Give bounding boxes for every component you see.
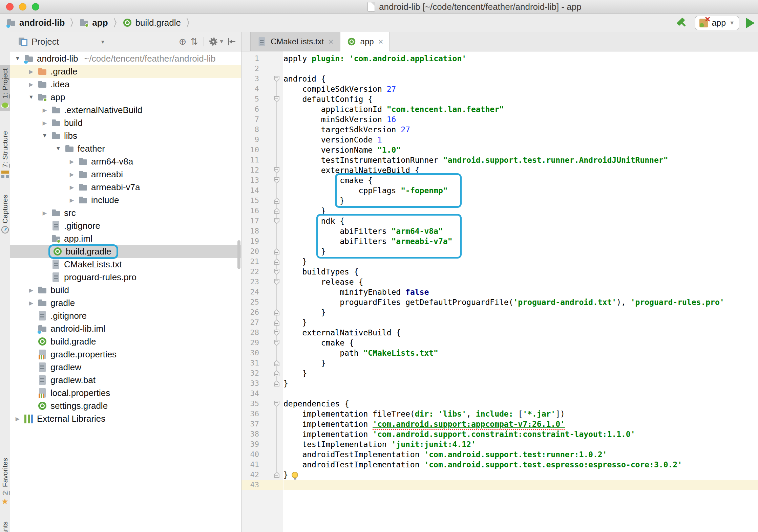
fold-start-icon[interactable] — [274, 279, 279, 285]
stripe-tab-2-favorites[interactable]: 2: Favorites★ — [0, 455, 10, 509]
tree-item-gitignore[interactable]: .gitignore — [10, 309, 241, 322]
view-switcher-chevron-icon[interactable]: ▼ — [100, 39, 105, 45]
tree-item-armeabi-v7a[interactable]: ▶armeabi-v7a — [10, 181, 241, 194]
fold-end-icon[interactable] — [274, 319, 279, 326]
stripe-tab-captures[interactable]: Captures — [0, 191, 10, 237]
line-number: 32 — [241, 368, 259, 378]
tree-item-arm64-v8a[interactable]: ▶arm64-v8a — [10, 155, 241, 168]
expand-arrow-icon[interactable]: ▶ — [66, 197, 78, 203]
expand-arrow-icon[interactable]: ▶ — [66, 171, 78, 178]
fold-start-icon[interactable] — [274, 401, 279, 407]
fold-end-icon[interactable] — [274, 380, 279, 386]
tree-item-gradle-properties[interactable]: gradle.properties — [10, 348, 241, 361]
breadcrumb-item-build-gradle[interactable]: build.gradle — [122, 18, 181, 28]
fold-start-icon[interactable] — [274, 269, 279, 275]
gutter-line-3: 3 — [241, 74, 283, 84]
expand-arrow-icon[interactable]: ▶ — [25, 68, 37, 75]
expand-arrow-icon[interactable]: ▶ — [25, 81, 37, 88]
collapse-arrow-icon[interactable]: ▼ — [52, 146, 64, 152]
tree-scrollbar-thumb[interactable] — [237, 240, 240, 269]
settings-gear-button[interactable]: ▼ — [209, 38, 224, 46]
build-hammer-icon[interactable] — [676, 17, 688, 29]
tree-item-build-gradle[interactable]: build.gradle — [10, 245, 241, 258]
gutter-line-43: 43 — [241, 480, 283, 490]
fold-end-icon[interactable] — [274, 360, 279, 366]
tree-item-app[interactable]: ▼app — [10, 91, 241, 104]
zoom-window-button[interactable] — [32, 3, 39, 10]
collapse-arrow-icon[interactable]: ▼ — [12, 56, 24, 62]
tree-item-gitignore[interactable]: .gitignore — [10, 219, 241, 232]
fold-start-icon[interactable] — [274, 96, 279, 102]
line-number: 38 — [241, 429, 259, 439]
fold-start-icon[interactable] — [274, 76, 279, 82]
tree-item-src[interactable]: ▶src — [10, 206, 241, 219]
tree-item-android-lib-iml[interactable]: android-lib.iml — [10, 322, 241, 335]
close-tab-icon[interactable]: × — [378, 37, 383, 46]
fold-end-icon[interactable] — [274, 370, 279, 376]
fold-end-icon[interactable] — [274, 259, 279, 265]
expand-arrow-icon[interactable]: ▶ — [25, 300, 37, 306]
tree-item-app-iml[interactable]: app.iml — [10, 232, 241, 245]
run-configuration-select[interactable]: × app ▼ — [695, 16, 739, 30]
tree-item-feather[interactable]: ▼feather — [10, 142, 241, 155]
collapse-arrow-icon[interactable]: ▼ — [25, 94, 37, 100]
editor-tab-cmakelists-txt[interactable]: CMakeLists.txt× — [250, 32, 340, 51]
run-button[interactable] — [746, 18, 755, 28]
tree-item-build-gradle[interactable]: build.gradle — [10, 335, 241, 348]
tree-item-gradlew-bat[interactable]: gradlew.bat — [10, 374, 241, 386]
fold-end-icon[interactable] — [274, 472, 279, 478]
close-window-button[interactable] — [6, 3, 14, 10]
tree-item-android-lib[interactable]: ▼android-lib~/code/tencent/feather/andro… — [10, 52, 241, 65]
code-editor[interactable]: 1234567891011121314151617181920212223242… — [241, 51, 758, 532]
close-tab-icon[interactable]: × — [328, 37, 333, 46]
tree-item-external-libraries[interactable]: ▶External Libraries — [10, 412, 241, 425]
collapse-arrow-icon[interactable]: ▼ — [39, 133, 51, 139]
hide-panel-icon[interactable] — [228, 38, 236, 45]
stripe-tab-1-project[interactable]: 1: Project — [0, 65, 10, 111]
fold-end-icon[interactable] — [274, 248, 279, 254]
tree-item-libs[interactable]: ▼libs — [10, 129, 241, 142]
fold-start-icon[interactable] — [274, 218, 279, 224]
tree-item-build[interactable]: ▶build — [10, 116, 241, 129]
fold-start-icon[interactable] — [274, 177, 279, 183]
expand-arrow-icon[interactable]: ▶ — [25, 287, 37, 293]
tree-item-externalnativebuild[interactable]: ▶.externalNativeBuild — [10, 104, 241, 116]
tree-item-local-properties[interactable]: local.properties — [10, 386, 241, 399]
intention-bulb-icon[interactable] — [292, 472, 298, 478]
project-panel-title[interactable]: Project — [31, 37, 59, 47]
collapse-all-icon[interactable]: ⇅ — [191, 37, 198, 46]
fold-end-icon[interactable] — [274, 309, 279, 315]
expand-arrow-icon[interactable]: ▶ — [66, 158, 78, 165]
tree-item-proguard-rules-pro[interactable]: proguard-rules.pro — [10, 271, 241, 284]
locate-file-icon[interactable]: ⊕ — [179, 37, 187, 46]
stripe-tab-build-variants[interactable]: Build Variants — [0, 518, 10, 532]
code-text-area[interactable]: apply plugin: 'com.android.application'a… — [283, 51, 758, 532]
stripe-tab-7-structure[interactable]: 7: Structure — [0, 128, 10, 181]
fold-start-icon[interactable] — [274, 340, 279, 346]
tree-item-gradle[interactable]: ▶gradle — [10, 296, 241, 309]
minimize-window-button[interactable] — [19, 3, 26, 10]
breadcrumb-label: app — [92, 18, 108, 28]
tree-item-armeabi[interactable]: ▶armeabi — [10, 168, 241, 181]
tree-item-include[interactable]: ▶include — [10, 194, 241, 206]
tree-item-label: armeabi — [91, 169, 123, 180]
expand-arrow-icon[interactable]: ▶ — [39, 120, 51, 126]
expand-arrow-icon[interactable]: ▶ — [12, 416, 24, 422]
breadcrumb-item-android-lib[interactable]: android-lib — [6, 18, 65, 28]
expand-arrow-icon[interactable]: ▶ — [39, 107, 51, 113]
tree-item-gradlew[interactable]: gradlew — [10, 361, 241, 374]
breadcrumb-item-app[interactable]: app — [79, 18, 108, 28]
fold-start-icon[interactable] — [274, 167, 279, 173]
tree-item-settings-gradle[interactable]: settings.gradle — [10, 399, 241, 412]
fold-start-icon[interactable] — [274, 330, 279, 336]
expand-arrow-icon[interactable]: ▶ — [66, 184, 78, 191]
editor-tab-app[interactable]: app× — [340, 32, 390, 51]
fold-end-icon[interactable] — [274, 198, 279, 204]
tree-item-build[interactable]: ▶build — [10, 284, 241, 296]
expand-arrow-icon[interactable]: ▶ — [39, 210, 51, 216]
tree-item-cmakelists-txt[interactable]: CMakeLists.txt — [10, 258, 241, 271]
run-toolbar: × app ▼ — [676, 14, 755, 32]
fold-end-icon[interactable] — [274, 208, 279, 214]
tree-item-gradle[interactable]: ▶.gradle — [10, 65, 241, 78]
tree-item-idea[interactable]: ▶.idea — [10, 78, 241, 91]
